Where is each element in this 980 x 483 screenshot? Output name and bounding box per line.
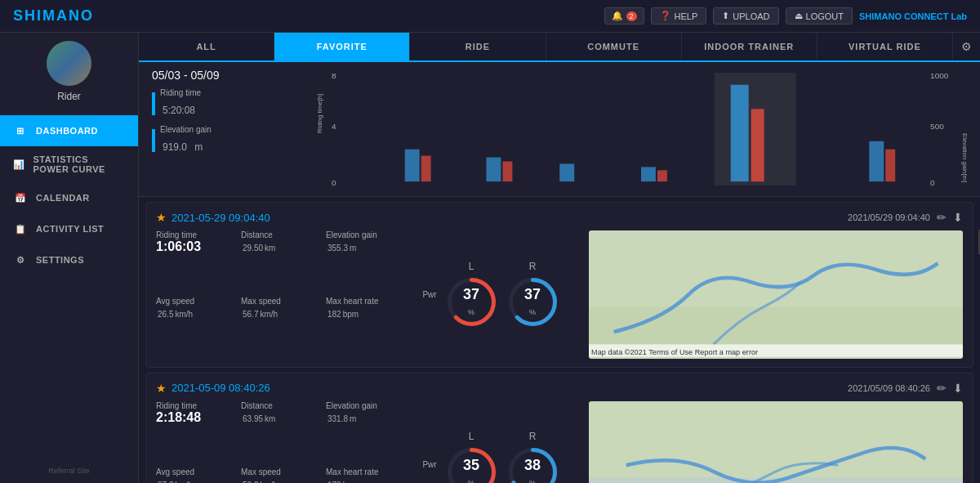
summary-chart: 8 4 0 1000 500 0 Riding time[h] Elevatio… [315,69,967,190]
edit-icon-1[interactable]: ✏ [937,211,947,224]
left-gauge-circle-2: 35 % [445,445,498,483]
svg-text:4: 4 [332,122,336,131]
tab-settings-icon[interactable]: ⚙ [953,33,980,60]
svg-text:500: 500 [930,122,944,131]
tab-all[interactable]: ALL [139,33,274,60]
edit-icon-2[interactable]: ✏ [937,382,947,395]
sidebar-item-activity-list[interactable]: 📋 ACTIVITY LIST [0,213,138,244]
tab-virtual-ride[interactable]: VIRTUAL RIDE [817,33,953,60]
shimano-logo: SHIMANO [13,7,94,25]
help-button[interactable]: ❓ HELP [651,7,707,25]
map-thumb-1: Map data ©2021 Terms of Use Report a map… [589,230,963,359]
svg-text:Elevation gain[m]: Elevation gain[m] [961,133,967,182]
svg-rect-19 [885,150,895,181]
riding-time-stat: Riding time 5:20:08 [152,88,315,119]
right-gauge-circle-1: 37 % [506,275,559,329]
right-gauge-circle-2: 38 % [506,445,559,483]
svg-rect-16 [731,85,749,181]
chart-svg: 8 4 0 1000 500 0 Riding time[h] Elevatio… [315,69,967,190]
activity-card-2: ★ 2021-05-09 08:40:26 2021/05/09 08:40:2… [145,373,973,483]
svg-text:0: 0 [332,178,336,187]
shimano-connect-label: SHIMANO CONNECT Lab [859,11,967,21]
star-icon-1[interactable]: ★ [156,211,167,224]
riding-time-accent [152,92,155,115]
svg-rect-8 [405,150,420,181]
riding-time-label: Riding time [160,88,201,97]
svg-rect-12 [559,163,574,181]
elevation-gain-stat: Elevation gain 919.0 m [152,125,315,155]
svg-rect-13 [641,167,656,181]
map-thumb-2: Map data ©2021 Terms of Use Report a map… [589,401,963,483]
activity-body-1: Riding time 1:06:03 Distance 29.50km Ele… [156,230,963,359]
svg-rect-10 [486,158,501,182]
svg-text:8: 8 [332,71,336,80]
activity-body-2: Riding time 2:18:48 Distance 63.95km Ele… [156,401,963,483]
activity-timestamp-2: 2021/05/09 08:40:26 ✏ ⬇ [848,382,963,395]
sidebar: Rider ⊞ DASHBOARD 📊 STATISTICS POWER CUR… [0,33,139,483]
sidebar-item-statistics[interactable]: 📊 STATISTICS POWER CURVE [0,146,138,182]
sidebar-item-activity-label: ACTIVITY LIST [36,224,104,234]
elevation-accent [152,129,155,152]
svg-text:Map data ©2021   Terms of Use : Map data ©2021 Terms of Use Report a map… [591,348,758,356]
sidebar-item-dashboard[interactable]: ⊞ DASHBOARD [0,115,138,146]
elevation-label: Elevation gain [160,125,212,134]
tab-commute[interactable]: COMMUTE [546,33,682,60]
activity-timestamp-1: 2021/05/29 09:04:40 ✏ ⬇ [848,211,963,224]
sidebar-item-settings[interactable]: ⚙ SETTINGS [0,244,138,275]
elevation-1: Elevation gain 355.3m [326,230,401,292]
summary-header: 05/03 - 05/09 Riding time 5:20:08 [139,62,980,197]
svg-rect-17 [751,109,764,181]
main-layout: Rider ⊞ DASHBOARD 📊 STATISTICS POWER CUR… [0,33,980,483]
max-speed-1: Max speed 56.7km/h [241,297,316,358]
tab-ride[interactable]: RIDE [410,33,546,60]
elevation-2: Elevation gain 331.8m [326,401,401,463]
scroll-area[interactable]: 05/03 - 05/09 Riding time 5:20:08 [139,62,980,483]
riding-time-value: 5:20:08 [160,97,201,119]
upload-button[interactable]: ⬆ UPLOAD [713,7,778,25]
max-hr-2: Max heart rate 178bpm [326,467,401,483]
header-actions: 🔔 2 ❓ HELP ⬆ UPLOAD ⏏ LOGOUT SHIMANO CON… [604,7,967,25]
max-hr-1: Max heart rate 182bpm [326,297,401,358]
avatar [47,41,91,86]
svg-rect-18 [869,141,884,181]
left-gauge-circle-1: 37 % [445,275,498,329]
max-speed-2: Max speed 50.3km/h [241,467,316,483]
svg-rect-14 [657,170,667,181]
summary-left: 05/03 - 05/09 Riding time 5:20:08 [152,69,315,190]
map-svg-1: Map data ©2021 Terms of Use Report a map… [589,230,963,359]
distance-2: Distance 63.95km [241,401,316,463]
activity-title-2[interactable]: ★ 2021-05-09 08:40:26 [156,382,270,395]
logout-button[interactable]: ⏏ LOGOUT [786,7,853,25]
download-icon-1[interactable]: ⬇ [953,211,963,224]
dashboard-icon: ⊞ [13,123,28,138]
top-header: SHIMANO 🔔 2 ❓ HELP ⬆ UPLOAD ⏏ LOGOUT SHI… [0,0,980,33]
download-icon-2[interactable]: ⬇ [953,382,963,395]
svg-text:0: 0 [930,178,935,187]
pwr-section-1: Pwr L 37 % [401,230,581,359]
distance-1: Distance 29.50km [241,230,316,292]
svg-rect-9 [421,156,431,182]
sidebar-item-dashboard-label: DASHBOARD [36,126,98,136]
statistics-icon: 📊 [13,157,25,172]
tab-favorite[interactable]: FAVORITE [274,33,410,60]
activity-header-1: ★ 2021-05-29 09:04:40 2021/05/29 09:04:4… [156,211,963,224]
sidebar-nav: ⊞ DASHBOARD 📊 STATISTICS POWER CURVE 📅 C… [0,115,138,275]
svg-rect-11 [502,161,512,181]
tab-bar: ALL FAVORITE RIDE COMMUTE INDOOR TRAINER… [139,33,980,62]
activity-list-icon: 📋 [13,221,28,236]
tab-indoor-trainer[interactable]: INDOOR TRAINER [682,33,817,60]
star-icon-2[interactable]: ★ [156,382,167,395]
left-gauge-1: L 37 % [445,261,498,329]
activity-title-1[interactable]: ★ 2021-05-29 09:04:40 [156,211,270,224]
svg-text:Riding time[h]: Riding time[h] [316,94,323,133]
left-gauge-2: L 35 % [445,431,498,483]
right-gauge-1: R 37 % [506,261,559,329]
sidebar-item-statistics-label: STATISTICS POWER CURVE [33,154,126,174]
activity-header-2: ★ 2021-05-09 08:40:26 2021/05/09 08:40:2… [156,382,963,395]
sidebar-item-calendar[interactable]: 📅 CALENDAR [0,182,138,213]
activity-stats-1: Riding time 1:06:03 Distance 29.50km Ele… [156,230,401,359]
avg-speed-1: Avg speed 26.5km/h [156,297,231,358]
sidebar-item-calendar-label: CALENDAR [36,193,90,203]
activity-card-1: ★ 2021-05-29 09:04:40 2021/05/29 09:04:4… [145,202,973,368]
notifications-button[interactable]: 🔔 2 [604,7,644,25]
